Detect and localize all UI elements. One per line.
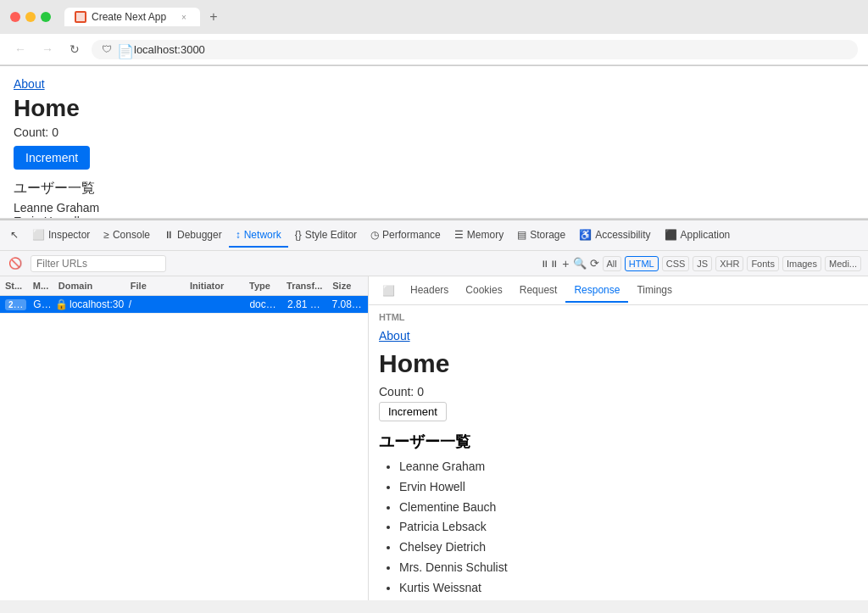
response-tabs: ⬜ Headers Cookies Request Response Timin… [369, 276, 868, 305]
header-file: File [125, 279, 185, 293]
filter-media-button[interactable]: Medi... [825, 256, 861, 271]
inspector-icon: ⬜ [32, 229, 45, 241]
response-tab-headers[interactable]: Headers [402, 279, 457, 303]
refresh-button[interactable]: ↻ [64, 39, 85, 59]
list-item: Leanne Graham [399, 457, 858, 477]
response-content: HTML About Home Count: 0 Increment ユーザー一… [369, 305, 868, 600]
filter-js-button[interactable]: JS [693, 256, 712, 271]
minimize-button[interactable] [25, 12, 36, 22]
response-tab-cookies[interactable]: Cookies [457, 279, 510, 303]
response-users-title: ユーザー一覧 [379, 432, 858, 452]
url-text: localhost:3000 [134, 43, 848, 56]
filter-add-button[interactable]: + [562, 257, 569, 270]
maximize-button[interactable] [41, 12, 51, 22]
header-status: St... [0, 279, 28, 293]
browser-chrome: Create Next App × + ← → ↻ 🛡 📄 localhost:… [0, 0, 868, 66]
traffic-lights [10, 12, 51, 22]
row-status: 200 [0, 296, 28, 313]
nav-bar: ← → ↻ 🛡 📄 localhost:3000 [0, 34, 868, 65]
row-transfer: 2.81 kB [282, 296, 326, 313]
secure-icon: 🔒 [55, 298, 68, 310]
browser-tab[interactable]: Create Next App × [64, 8, 200, 26]
header-initiator: Initiator [185, 279, 244, 293]
devtools-tool-style-editor[interactable]: {} Style Editor [288, 224, 364, 248]
response-html-label: HTML [379, 312, 858, 322]
response-user-list: Leanne Graham Ervin Howell Clementine Ba… [379, 457, 858, 600]
list-item: Nicholas Runolfsdottir V [399, 599, 858, 600]
close-button[interactable] [10, 12, 20, 22]
row-method: GE [28, 296, 50, 313]
tab-title: Create Next App [92, 11, 173, 23]
title-bar: Create Next App × + [0, 0, 868, 34]
response-tab-request[interactable]: Request [511, 279, 566, 303]
network-icon: ↕ [236, 229, 241, 241]
filter-images-button[interactable]: Images [782, 256, 821, 271]
devtools-tool-console[interactable]: ≥ Console [97, 224, 157, 248]
filter-urls-input[interactable] [31, 255, 166, 272]
devtools-tool-pointer[interactable]: ↖ [3, 224, 25, 248]
count-display: Count: 0 [14, 125, 854, 139]
devtools-tool-inspector[interactable]: ⬜ Inspector [25, 224, 97, 248]
page-title: Home [14, 95, 854, 122]
response-home-title: Home [379, 349, 858, 378]
filter-settings-button[interactable]: ⟳ [590, 257, 599, 270]
row-file: / [124, 296, 184, 313]
tab-close-button[interactable]: × [178, 11, 190, 23]
pointer-icon: ↖ [10, 229, 19, 241]
filter-fonts-button[interactable]: Fonts [747, 256, 779, 271]
devtools-toolbar: ↖ ⬜ Inspector ≥ Console ⏸ Debugger ↕ Net… [0, 220, 868, 251]
devtools-tool-performance[interactable]: ◷ Performance [364, 224, 448, 248]
devtools-tool-debugger[interactable]: ⏸ Debugger [157, 224, 229, 248]
response-tab-raw-icon[interactable]: ⬜ [376, 280, 402, 302]
application-icon: ⬛ [665, 229, 677, 241]
security-icon: 🛡 [102, 43, 112, 55]
about-link[interactable]: About [14, 77, 45, 91]
users-section-title: ユーザー一覧 [14, 180, 854, 198]
devtools-tool-network[interactable]: ↕ Network [229, 224, 288, 248]
devtools-tool-memory[interactable]: ☰ Memory [448, 224, 510, 248]
response-about-link[interactable]: About [379, 329, 410, 343]
header-domain: Domain [53, 279, 125, 293]
filter-all-button[interactable]: All [603, 256, 621, 271]
list-item: Kurtis Weissnat [399, 578, 858, 599]
devtools-filter-bar: 🚫 ⏸⏸ + 🔍 ⟳ All HTML CSS JS XHR Fonts Ima… [0, 251, 868, 276]
performance-icon: ◷ [370, 229, 379, 241]
filter-type-buttons: ⏸⏸ + 🔍 ⟳ All HTML CSS JS XHR Fonts Image… [540, 256, 861, 271]
page-favicon-icon: 📄 [117, 43, 129, 55]
filter-xhr-button[interactable]: XHR [715, 256, 743, 271]
response-panel: ⬜ Headers Cookies Request Response Timin… [369, 276, 868, 600]
list-item: Patricia Lebsack [399, 517, 858, 538]
response-tab-response[interactable]: Response [565, 279, 628, 303]
header-transfer: Transf... [281, 279, 327, 293]
row-initiator [184, 302, 244, 307]
tab-favicon [75, 11, 86, 23]
devtools-tool-application[interactable]: ⬛ Application [658, 224, 737, 248]
filter-search-button[interactable]: 🔍 [573, 257, 587, 270]
increment-button[interactable]: Increment [14, 146, 90, 170]
back-button[interactable]: ← [10, 39, 31, 59]
network-table-pane: St... M... Domain File Initiator Type Tr… [0, 276, 369, 600]
forward-button[interactable]: → [37, 39, 58, 59]
response-increment-button[interactable]: Increment [379, 402, 447, 421]
response-tab-timings[interactable]: Timings [628, 279, 681, 303]
url-bar[interactable]: 🛡 📄 localhost:3000 [92, 40, 858, 59]
filter-html-button[interactable]: HTML [625, 256, 659, 271]
page-content: About Home Count: 0 Increment ユーザー一覧 Lea… [0, 66, 868, 219]
style-editor-icon: {} [295, 229, 302, 241]
clear-requests-button[interactable]: 🚫 [7, 255, 24, 272]
memory-icon: ☰ [454, 229, 464, 241]
network-split-pane: St... M... Domain File Initiator Type Tr… [0, 276, 868, 600]
console-icon: ≥ [103, 229, 109, 241]
list-item: Ervin Howell [399, 477, 858, 498]
row-type: document [244, 296, 282, 313]
list-item: Mrs. Dennis Schulist [399, 558, 858, 578]
filter-css-button[interactable]: CSS [662, 256, 690, 271]
new-tab-button[interactable]: + [203, 7, 224, 27]
header-type: Type [244, 279, 281, 293]
table-row[interactable]: 200 GE 🔒 localhost:3000 / document 2.81 … [0, 296, 368, 314]
devtools-tool-storage[interactable]: ▤ Storage [510, 224, 572, 248]
storage-icon: ▤ [517, 229, 526, 241]
devtools-tool-accessibility[interactable]: ♿ Accessibility [572, 224, 657, 248]
page-user-1: Leanne Graham [14, 201, 854, 215]
tab-bar: Create Next App × + [64, 7, 858, 27]
